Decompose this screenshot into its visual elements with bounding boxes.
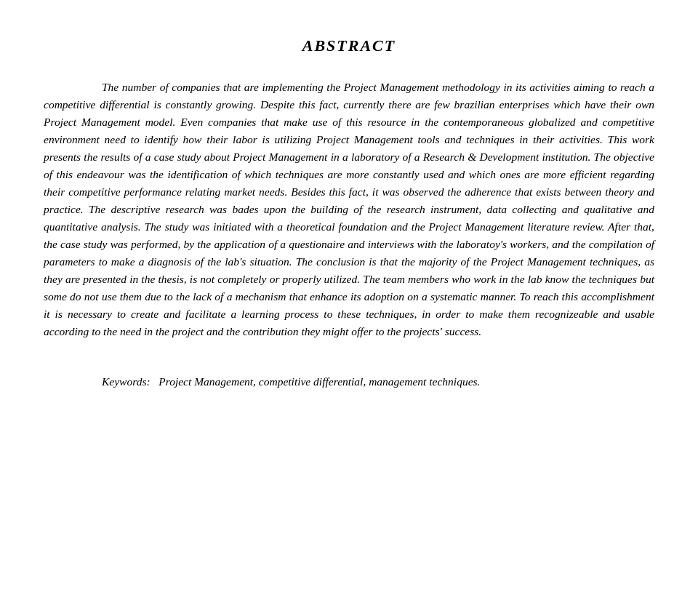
keywords-values: Project Management, competitive differen… <box>159 375 480 388</box>
keywords-section: Keywords: Project Management, competitiv… <box>44 375 654 388</box>
abstract-body: The number of companies that are impleme… <box>44 79 654 340</box>
abstract-section: ABSTRACT The number of companies that ar… <box>44 36 654 388</box>
abstract-title: ABSTRACT <box>44 36 654 55</box>
keywords-label: Keywords: <box>102 375 151 388</box>
abstract-paragraph-1: The number of companies that are impleme… <box>44 79 654 340</box>
